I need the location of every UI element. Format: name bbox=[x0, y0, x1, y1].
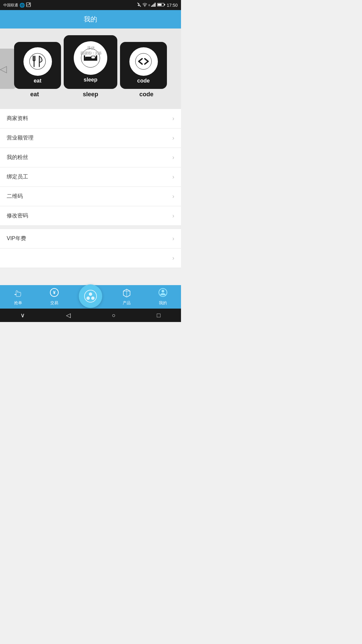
carrier-label: 中国联通 bbox=[3, 3, 18, 8]
tab-bar: 抢单 ¥ 交易 圈子 bbox=[0, 285, 181, 309]
code-icon-circle bbox=[129, 47, 158, 76]
svg-point-1 bbox=[29, 3, 30, 4]
menu-item-fans[interactable]: 我的粉丝 › bbox=[0, 148, 181, 167]
qrcode-label: 二维码 bbox=[7, 193, 23, 200]
menu-item-vip[interactable]: VIP年费 › bbox=[0, 229, 181, 249]
eat-label: eat bbox=[34, 78, 41, 84]
svg-rect-8 bbox=[155, 3, 156, 7]
eat-card: eat bbox=[14, 42, 61, 89]
code-label-below: code bbox=[120, 91, 173, 98]
nav-back-button[interactable]: ◁ bbox=[66, 312, 71, 319]
svg-text:E: E bbox=[148, 4, 150, 7]
tab-trade[interactable]: ¥ 交易 bbox=[36, 288, 72, 306]
code-label: code bbox=[137, 78, 149, 84]
carousel-strip: eat bbox=[0, 35, 181, 89]
password-label: 修改密码 bbox=[7, 212, 28, 219]
chevron-icon-4: › bbox=[172, 173, 174, 180]
tab-grab-order[interactable]: 抢单 bbox=[0, 288, 36, 306]
menu-item-merchant-info[interactable]: 商家资料 › bbox=[0, 109, 181, 128]
svg-point-28 bbox=[89, 292, 92, 296]
chevron-icon-2: › bbox=[172, 135, 174, 142]
status-bar: 中国联通 🌐 bbox=[0, 0, 181, 10]
image-icon bbox=[26, 2, 31, 8]
svg-rect-22 bbox=[91, 56, 95, 59]
tab-product-label: 产品 bbox=[123, 300, 131, 306]
app-header: 我的 bbox=[0, 10, 181, 29]
merchant-info-label: 商家资料 bbox=[7, 115, 28, 122]
page-title: 我的 bbox=[84, 15, 97, 24]
svg-point-30 bbox=[91, 297, 95, 300]
chevron-icon-5: › bbox=[172, 193, 174, 200]
tab-grab-order-label: 抢单 bbox=[14, 300, 22, 306]
sleep-label-inner: sleep bbox=[84, 77, 98, 83]
status-left: 中国联通 🌐 bbox=[3, 2, 31, 8]
chevron-icon-6: › bbox=[172, 212, 174, 219]
fans-label: 我的粉丝 bbox=[7, 154, 28, 161]
chevron-icon-1: › bbox=[172, 115, 174, 122]
code-card: code bbox=[120, 42, 167, 89]
sleep-label-below: sleep bbox=[64, 91, 117, 98]
globe-icon: 🌐 bbox=[19, 3, 25, 8]
svg-rect-19 bbox=[84, 55, 85, 61]
svg-rect-6 bbox=[153, 5, 154, 7]
menu-item-staff[interactable]: 绑定员工 › bbox=[0, 167, 181, 187]
menu-item-extra[interactable]: › bbox=[0, 249, 181, 268]
signal-icon: E bbox=[148, 3, 156, 7]
circle-icon bbox=[79, 284, 102, 308]
svg-rect-7 bbox=[154, 4, 155, 7]
yen-icon: ¥ bbox=[50, 288, 59, 299]
tab-mine[interactable]: 我的 bbox=[145, 288, 181, 306]
person-icon bbox=[158, 288, 168, 299]
svg-rect-10 bbox=[164, 4, 165, 5]
revenue-label: 营业额管理 bbox=[7, 135, 34, 142]
battery-icon bbox=[157, 3, 165, 7]
menu-list-2: VIP年费 › › bbox=[0, 229, 181, 268]
svg-point-34 bbox=[162, 290, 164, 292]
svg-rect-11 bbox=[158, 4, 162, 6]
overlay-line1: 手优 bbox=[80, 45, 101, 50]
menu-item-qrcode[interactable]: 二维码 › bbox=[0, 187, 181, 206]
status-right: E 17:50 bbox=[137, 2, 178, 8]
box-icon bbox=[122, 288, 131, 299]
menu-list: 商家资料 › 营业额管理 › 我的粉丝 › 绑定员工 › 二维码 › 修改密码 … bbox=[0, 109, 181, 226]
staff-label: 绑定员工 bbox=[7, 173, 28, 180]
chevron-icon-8: › bbox=[172, 255, 174, 262]
nav-home-button[interactable]: ○ bbox=[112, 312, 116, 319]
eat-icon-circle bbox=[23, 47, 52, 76]
svg-point-29 bbox=[86, 297, 90, 300]
chevron-icon-7: › bbox=[172, 235, 174, 242]
nav-bar: ∨ ◁ ○ □ bbox=[0, 309, 181, 322]
eat-label-below: eat bbox=[8, 91, 61, 98]
hand-icon bbox=[13, 288, 23, 299]
tab-product[interactable]: 产品 bbox=[109, 288, 145, 306]
time-label: 17:50 bbox=[167, 3, 178, 8]
svg-rect-5 bbox=[151, 6, 152, 7]
banner-area: ◁ bbox=[0, 29, 181, 109]
svg-point-23 bbox=[135, 53, 152, 69]
svg-rect-20 bbox=[96, 55, 97, 61]
nav-recent-button[interactable]: □ bbox=[157, 312, 161, 319]
chevron-icon-3: › bbox=[172, 154, 174, 161]
section-separator bbox=[0, 226, 181, 229]
menu-item-password[interactable]: 修改密码 › bbox=[0, 206, 181, 226]
svg-point-3 bbox=[144, 6, 145, 7]
wifi-icon bbox=[142, 3, 147, 8]
menu-item-revenue[interactable]: 营业额管理 › bbox=[0, 128, 181, 148]
mute-icon bbox=[137, 2, 141, 8]
nav-down-button[interactable]: ∨ bbox=[20, 312, 25, 319]
tab-trade-label: 交易 bbox=[50, 300, 58, 306]
vip-label: VIP年费 bbox=[7, 235, 26, 242]
tab-circle[interactable]: 圈子 bbox=[72, 293, 109, 301]
overlay-line2: 商家ID：236 bbox=[80, 50, 101, 55]
svg-text:¥: ¥ bbox=[53, 290, 56, 295]
svg-point-27 bbox=[84, 290, 97, 302]
svg-point-12 bbox=[29, 53, 46, 69]
tab-mine-label: 我的 bbox=[159, 300, 167, 306]
sleep-card: sleep 手优 商家ID：236 bbox=[64, 35, 117, 89]
card-labels-row: eat sleep code bbox=[0, 89, 181, 100]
